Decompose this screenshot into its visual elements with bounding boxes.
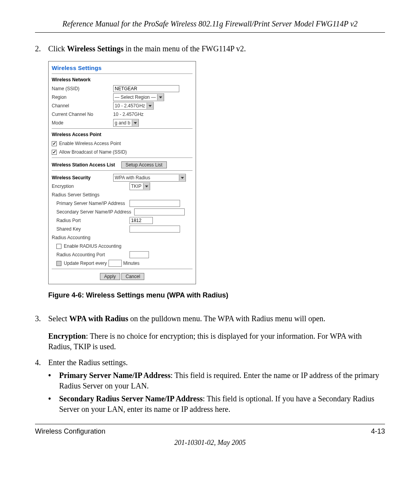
section-wireless-ap: Wireless Access Point: [52, 132, 192, 137]
divider: [52, 158, 192, 158]
radius-accounting-label: Radius Accounting: [52, 235, 90, 240]
radius-port-input[interactable]: [130, 217, 153, 224]
update-report-label: Update Report every: [64, 261, 107, 266]
header-rule: [35, 32, 385, 33]
wireless-settings-panel: Wireless Settings Wireless Network Name …: [48, 61, 196, 284]
enable-accounting-label: Enable RADIUS Accounting: [64, 243, 121, 249]
step-text: Select WPA with Radius on the pulldown m…: [48, 313, 385, 324]
footer-center: 201-10301-02, May 2005: [35, 439, 385, 447]
channel-label: Channel: [52, 103, 113, 108]
check-icon: ✓: [52, 149, 56, 155]
section-wireless-network: Wireless Network: [52, 77, 192, 82]
bullet-item: • Secondary Radius Server Name/IP Addres…: [48, 394, 385, 415]
check-icon: ✓: [52, 141, 56, 146]
apply-button[interactable]: Apply: [100, 273, 120, 280]
text-bold: Wireless Settings: [67, 44, 123, 53]
chevron-down-icon: [179, 175, 186, 181]
footer-right: 4-13: [371, 427, 385, 436]
region-select[interactable]: — Select Region —: [113, 93, 164, 101]
text-bold: Primary Server Name/IP Address: [59, 371, 170, 380]
mode-select[interactable]: g and b: [113, 119, 139, 127]
channel-value: 10 - 2.457GHz: [115, 103, 145, 108]
encryption-label: Encryption: [52, 184, 130, 189]
text: in the main menu of the FWG114P v2.: [124, 44, 246, 53]
bullet-icon: •: [48, 394, 59, 415]
text: on the pulldown menu. The WPA with Radiu…: [128, 314, 326, 323]
minutes-label: Minutes: [123, 261, 140, 266]
mode-label: Mode: [52, 120, 113, 126]
enable-accounting-checkbox[interactable]: [56, 244, 61, 249]
footer: Wireless Configuration 4-13: [35, 427, 385, 436]
chevron-down-icon: [132, 120, 138, 126]
region-value: — Select Region —: [115, 94, 156, 100]
update-report-input[interactable]: [108, 260, 122, 267]
primary-server-input[interactable]: [130, 200, 180, 207]
mode-value: g and b: [115, 120, 130, 126]
divider: [52, 269, 192, 269]
step-text: Click Wireless Settings in the main menu…: [48, 44, 385, 54]
security-select[interactable]: WPA with Radius: [113, 174, 186, 182]
step-number: 3.: [35, 313, 48, 324]
divider: [52, 128, 192, 129]
divider: [52, 170, 192, 171]
secondary-server-label: Secondary Server Name/IP Address: [52, 209, 134, 215]
accounting-port-label: Radius Accounting Port: [52, 252, 130, 257]
section-wireless-security: Wireless Security: [52, 175, 113, 180]
step-number: 4.: [35, 357, 48, 368]
step-3: 3. Select WPA with Radius on the pulldow…: [35, 313, 385, 324]
page-header: Reference Manual for the ProSafe Wireles…: [35, 19, 385, 32]
allow-broadcast-checkbox[interactable]: ✓: [52, 150, 57, 155]
text: Click: [48, 44, 67, 53]
step-number: 2.: [35, 44, 48, 54]
security-value: WPA with Radius: [115, 175, 150, 180]
update-report-checkbox[interactable]: [56, 261, 61, 266]
text-bold: Encryption: [48, 332, 86, 340]
panel-title: Wireless Settings: [52, 65, 192, 71]
enable-ap-label: Enable Wireless Access Point: [59, 141, 121, 146]
channel-select[interactable]: 10 - 2.457GHz: [113, 102, 154, 110]
text: Select: [48, 314, 69, 323]
bullet-icon: •: [48, 370, 59, 391]
footer-rule: [35, 424, 385, 424]
text-bold: WPA with Radius: [69, 314, 128, 323]
encryption-value: TKIP: [131, 184, 142, 189]
primary-server-label: Primary Server Name/IP Address: [52, 201, 130, 206]
paragraph: Encryption: There is no choice for encry…: [48, 331, 385, 352]
secondary-server-input[interactable]: [134, 208, 185, 215]
shared-key-input[interactable]: [130, 226, 180, 233]
chevron-down-icon: [147, 103, 153, 109]
step-4: 4. Enter the Radius settings.: [35, 357, 385, 368]
allow-broadcast-label: Allow Broadcast of Name (SSID): [59, 149, 127, 155]
step-text: Enter the Radius settings.: [48, 357, 385, 368]
footer-left: Wireless Configuration: [35, 427, 105, 436]
current-channel-value: 10 - 2.457GHz: [113, 112, 144, 117]
cancel-button[interactable]: Cancel: [121, 273, 144, 280]
chevron-down-icon: [157, 94, 164, 100]
ssid-label: Name (SSID): [52, 86, 113, 91]
figure-caption: Figure 4-6: Wireless Settings menu (WPA …: [48, 291, 385, 299]
bullet-item: • Primary Server Name/IP Address: This f…: [48, 370, 385, 391]
radius-port-label: Radius Port: [52, 218, 130, 223]
accounting-port-input[interactable]: [130, 251, 149, 258]
chevron-down-icon: [143, 183, 150, 189]
radius-server-settings-label: Radius Server Settings: [52, 192, 100, 198]
ssid-input[interactable]: [113, 85, 179, 92]
current-channel-label: Current Channel No: [52, 112, 113, 117]
encryption-select[interactable]: TKIP: [130, 182, 150, 190]
region-label: Region: [52, 94, 113, 100]
text-bold: Secondary Radius Server Name/IP Address: [59, 394, 203, 403]
divider: [52, 74, 192, 74]
shared-key-label: Shared Key: [52, 226, 130, 232]
section-access-list: Wireless Station Access List: [52, 162, 115, 168]
enable-ap-checkbox[interactable]: ✓: [52, 141, 57, 146]
step-2: 2. Click Wireless Settings in the main m…: [35, 44, 385, 54]
setup-access-list-button[interactable]: Setup Access List: [121, 161, 167, 168]
text: : There is no choice for encryption; thi…: [48, 332, 362, 351]
